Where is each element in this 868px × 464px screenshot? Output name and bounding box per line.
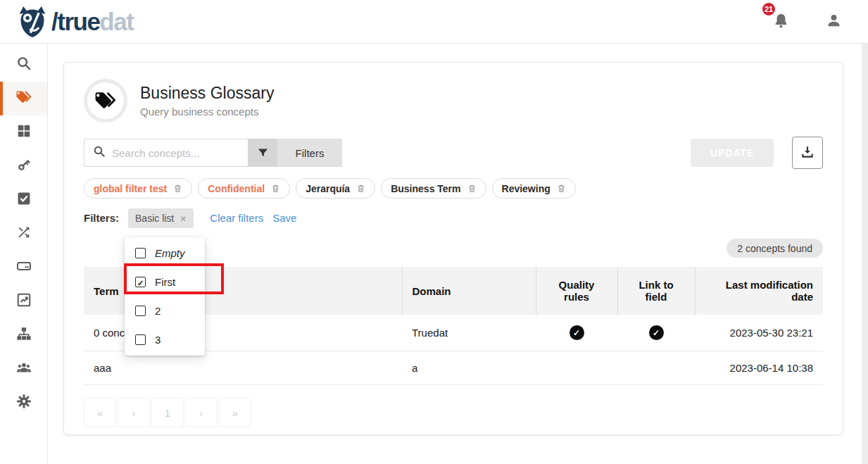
update-button[interactable]: UPDATE <box>691 139 774 167</box>
top-header: /truedat 21 <box>0 0 868 44</box>
table-row[interactable]: aaa a 2023-06-14 10:38 <box>84 351 823 385</box>
tags-icon <box>16 89 32 108</box>
cell-quality-rules <box>536 351 617 385</box>
checkbox-icon[interactable] <box>135 306 146 316</box>
sidebar-item-dashboards[interactable] <box>0 115 47 149</box>
cell-domain: Truedat <box>402 315 536 351</box>
app-shell: Business Glossary Query business concept… <box>0 44 868 464</box>
cell-term: aaa <box>84 351 402 385</box>
trash-icon[interactable] <box>356 184 365 193</box>
dropdown-option-empty[interactable]: Empty <box>125 239 205 268</box>
column-domain: Domain <box>402 267 536 315</box>
close-icon[interactable] <box>180 213 187 224</box>
page-next-button[interactable]: › <box>185 398 218 427</box>
sidebar-item-lineage[interactable] <box>0 217 47 251</box>
cell-quality-rules <box>536 315 617 351</box>
check-badge-icon <box>649 325 664 340</box>
topbar-actions: 21 <box>769 9 850 35</box>
search-icon <box>93 145 106 161</box>
checkbox-icon[interactable] <box>135 248 146 258</box>
cell-last-modification: 2023-06-14 10:38 <box>695 351 823 385</box>
search-icon <box>16 56 32 74</box>
key-icon <box>16 157 32 175</box>
filters-button[interactable]: Filters <box>248 139 342 167</box>
toolbar: Filters UPDATE <box>84 139 823 167</box>
save-filter-link[interactable]: Save <box>272 212 296 224</box>
app-root: /truedat 21 <box>0 0 868 464</box>
dropdown-option-3[interactable]: 3 <box>125 325 205 354</box>
card-header: Business Glossary Query business concept… <box>84 78 823 123</box>
sidebar-item-taxonomy[interactable] <box>0 318 47 352</box>
shuffle-icon <box>16 225 32 243</box>
funnel-icon <box>248 139 277 167</box>
sidebar-item-permissions[interactable] <box>0 149 47 183</box>
hierarchy-icon <box>16 326 32 344</box>
gear-icon <box>16 394 32 412</box>
trash-icon[interactable] <box>557 184 566 193</box>
page-last-button[interactable]: » <box>219 398 251 427</box>
trash-icon[interactable] <box>173 184 182 193</box>
user-icon <box>825 12 843 32</box>
column-quality-rules: Quality rules <box>536 267 617 315</box>
page-subtitle: Query business concepts <box>140 106 274 118</box>
download-icon <box>800 144 815 162</box>
main-content: Business Glossary Query business concept… <box>48 44 868 464</box>
search-input[interactable] <box>112 147 242 159</box>
trash-icon[interactable] <box>467 184 477 193</box>
check-square-icon <box>16 191 32 209</box>
sidebar-item-search[interactable] <box>0 48 47 82</box>
filter-options-dropdown: Empty First 2 3 <box>125 237 205 356</box>
drive-icon <box>16 258 32 277</box>
wordmark: /truedat <box>51 9 133 34</box>
chip-global-filter-test[interactable]: global filter test <box>84 178 192 199</box>
page-title: Business Glossary <box>140 84 274 103</box>
pagination: « ‹ 1 › » <box>84 398 251 427</box>
users-group-icon <box>16 360 32 378</box>
chip-business-term[interactable]: Business Term <box>381 178 486 199</box>
clear-filters-link[interactable]: Clear filters <box>210 212 263 224</box>
chip-reviewing[interactable]: Reviewing <box>492 178 576 199</box>
truedat-logo[interactable]: /truedat <box>17 6 133 38</box>
sidebar-item-users[interactable] <box>0 352 47 386</box>
dropdown-option-first[interactable]: First <box>125 268 205 296</box>
cell-link-to-field <box>617 315 695 351</box>
search-box <box>84 139 248 167</box>
cell-last-modification: 2023-05-30 23:21 <box>695 315 823 351</box>
scrollbar[interactable] <box>862 44 868 464</box>
sidebar-item-business-glossary[interactable] <box>0 82 47 115</box>
page-prev-button[interactable]: ‹ <box>118 398 150 427</box>
active-filter-chip[interactable]: Basic list <box>128 208 194 228</box>
filters-label: Filters: <box>84 212 119 224</box>
cell-link-to-field <box>617 351 695 385</box>
notification-count-badge: 21 <box>761 1 776 17</box>
sidebar-item-settings[interactable] <box>0 386 47 420</box>
filter-chips: global filter test Confidential Jerarquí… <box>84 178 823 199</box>
business-glossary-card: Business Glossary Query business concept… <box>63 62 843 435</box>
trash-icon[interactable] <box>271 184 280 193</box>
user-menu-button[interactable] <box>822 9 845 35</box>
notifications-button[interactable]: 21 <box>769 9 793 35</box>
checkbox-checked-icon[interactable] <box>135 277 146 287</box>
cell-domain: a <box>402 351 536 385</box>
check-badge-icon <box>570 325 584 340</box>
dropdown-option-2[interactable]: 2 <box>125 296 205 325</box>
column-last-modification-date: Last modification date <box>695 267 823 315</box>
sidebar <box>0 44 48 464</box>
download-button[interactable] <box>792 137 823 169</box>
sidebar-item-data-sources[interactable] <box>0 251 47 284</box>
chip-confidential[interactable]: Confidential <box>198 178 290 199</box>
saved-filters-bar: Filters: Basic list Clear filters Save <box>84 208 823 227</box>
page-number-button[interactable]: 1 <box>151 398 184 427</box>
sidebar-item-quality[interactable] <box>0 183 47 217</box>
bell-icon <box>772 12 790 32</box>
glossary-circle-icon <box>84 79 127 123</box>
sidebar-item-analytics[interactable] <box>0 284 47 318</box>
owl-logo-icon <box>17 6 48 38</box>
grid-icon <box>16 123 32 142</box>
page-first-button[interactable]: « <box>84 398 116 427</box>
chart-icon <box>16 292 32 311</box>
checkbox-icon[interactable] <box>135 334 146 345</box>
chip-jerarquia[interactable]: Jerarquía <box>296 178 375 199</box>
column-link-to-field: Link to field <box>617 267 695 315</box>
results-count-badge: 2 concepts found <box>727 239 823 258</box>
